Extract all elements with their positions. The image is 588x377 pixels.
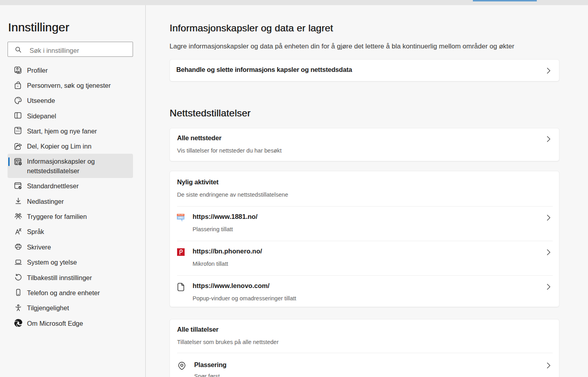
svg-text:1881: 1881 — [178, 216, 184, 219]
